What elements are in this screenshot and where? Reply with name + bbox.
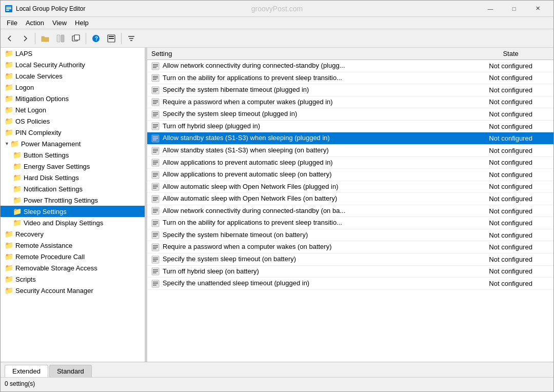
svg-rect-87 xyxy=(153,283,158,284)
tree-item-net-logon[interactable]: 📁 Net Logon xyxy=(1,104,145,115)
tree-item-label: Hard Disk Settings xyxy=(24,174,79,182)
state-cell: Not configured xyxy=(468,217,553,229)
export-button[interactable] xyxy=(104,31,118,46)
tree-item-scripts[interactable]: 📁 Scripts xyxy=(1,273,145,285)
svg-rect-74 xyxy=(153,245,158,246)
table-row[interactable]: Allow automatic sleep with Open Network … xyxy=(147,193,553,205)
tree-item-remote-procedure-call[interactable]: 📁 Remote Procedure Call xyxy=(1,251,145,262)
svg-rect-82 xyxy=(153,269,158,270)
table-row[interactable]: Turn off hybrid sleep (on battery)Not co… xyxy=(147,265,553,278)
setting-cell: Allow automatic sleep with Open Network … xyxy=(147,181,468,193)
tab-extended[interactable]: Extended xyxy=(5,365,48,377)
table-row[interactable]: Specify the system sleep timeout (on bat… xyxy=(147,253,553,266)
tree-item-os-policies[interactable]: 📁 OS Policies xyxy=(1,115,145,127)
svg-rect-60 xyxy=(153,200,156,201)
menu-view[interactable]: View xyxy=(48,18,71,28)
setting-cell: Allow standby states (S1-S3) when sleepi… xyxy=(147,132,468,145)
folder-icon: 📁 xyxy=(5,72,13,80)
column-header-state: State xyxy=(468,48,553,60)
tab-standard[interactable]: Standard xyxy=(49,365,92,377)
tree-item-label: Energy Saver Settings xyxy=(24,163,90,170)
table-row[interactable]: Allow applications to prevent automatic … xyxy=(147,169,553,181)
table-row[interactable]: Specify the unattended sleep timeout (pl… xyxy=(147,278,553,290)
tree-item-power-throttling-settings[interactable]: 📁 Power Throttling Settings xyxy=(1,194,145,206)
back-button[interactable] xyxy=(3,31,17,46)
tree-item-recovery[interactable]: 📁 Recovery xyxy=(1,228,145,240)
menu-action[interactable]: Action xyxy=(22,18,48,28)
filter-button[interactable] xyxy=(124,31,138,46)
svg-rect-23 xyxy=(153,90,158,91)
svg-rect-5 xyxy=(61,35,64,42)
table-row[interactable]: Require a password when a computer wakes… xyxy=(147,241,553,253)
tree-item-button-settings[interactable]: 📁 Button Settings xyxy=(1,149,145,161)
tree-item-pin-complexity[interactable]: 📁 PIN Complexity xyxy=(1,127,145,138)
svg-rect-44 xyxy=(153,152,156,153)
tree-item-power-management[interactable]: ▼ 📁 Power Management xyxy=(1,138,145,149)
table-row[interactable]: Allow automatic sleep with Open Network … xyxy=(147,181,553,193)
status-text: 0 setting(s) xyxy=(5,380,35,387)
setting-icon xyxy=(151,280,161,288)
help-button[interactable]: ? xyxy=(89,31,103,46)
setting-cell: Specify the system hibernate timeout (on… xyxy=(147,229,468,241)
left-panel: 📁 LAPS 📁 Local Security Authority 📁 Loca… xyxy=(1,48,145,362)
maximize-button[interactable]: □ xyxy=(502,1,526,17)
expand-icon: ▼ xyxy=(5,141,9,146)
tree-item-notification-settings[interactable]: 📁 Notification Settings xyxy=(1,183,145,194)
state-cell: Not configured xyxy=(468,181,553,193)
minimize-button[interactable]: — xyxy=(479,1,502,17)
setting-icon xyxy=(151,256,161,264)
table-row[interactable]: Specify the system hibernate timeout (pl… xyxy=(147,84,553,96)
tree-item-security-account-manager[interactable]: 📁 Security Account Manager xyxy=(1,285,145,296)
tree-item-video-display-settings[interactable]: 📁 Video and Display Settings xyxy=(1,217,145,228)
table-row[interactable]: Specify the system sleep timeout (plugge… xyxy=(147,108,553,121)
table-row[interactable]: Specify the system hibernate timeout (on… xyxy=(147,229,553,241)
app-icon xyxy=(5,5,13,13)
forward-button[interactable] xyxy=(18,31,32,46)
table-row[interactable]: Turn off hybrid sleep (plugged in)Not co… xyxy=(147,120,553,132)
state-cell: Not configured xyxy=(468,132,553,145)
tree-item-removable-storage[interactable]: 📁 Removable Storage Access xyxy=(1,262,145,273)
setting-icon xyxy=(151,231,161,239)
new-window-button[interactable] xyxy=(69,31,83,46)
close-button[interactable]: ✕ xyxy=(526,1,549,17)
svg-rect-78 xyxy=(153,258,158,259)
folder-icon: 📁 xyxy=(5,49,13,57)
table-row[interactable]: Allow network connectivity during connec… xyxy=(147,60,553,72)
tree-item-label: Remote Procedure Call xyxy=(15,253,85,261)
svg-rect-38 xyxy=(153,136,158,138)
tree-item-logon[interactable]: 📁 Logon xyxy=(1,82,145,93)
svg-rect-31 xyxy=(153,114,158,115)
folder-icon: 📁 xyxy=(13,219,22,227)
table-row[interactable]: Allow network connectivity during connec… xyxy=(147,205,553,217)
menu-file[interactable]: File xyxy=(3,18,22,28)
menu-help[interactable]: Help xyxy=(71,18,93,28)
tree-item-hard-disk-settings[interactable]: 📁 Hard Disk Settings xyxy=(1,172,145,183)
status-bar: 0 setting(s) xyxy=(1,377,553,389)
table-row[interactable]: Turn on the ability for applications to … xyxy=(147,72,553,84)
setting-cell: Specify the system sleep timeout (on bat… xyxy=(147,253,468,266)
state-cell: Not configured xyxy=(468,108,553,121)
tree-item-label: Scripts xyxy=(15,276,36,283)
show-hide-button[interactable] xyxy=(53,31,68,46)
folder-icon: 📁 xyxy=(5,117,13,125)
svg-rect-36 xyxy=(153,127,156,128)
table-row[interactable]: Require a password when a computer wakes… xyxy=(147,96,553,108)
tree-item-remote-assistance[interactable]: 📁 Remote Assistance xyxy=(1,240,145,251)
table-row[interactable]: Allow standby states (S1-S3) when sleepi… xyxy=(147,132,553,145)
table-row[interactable]: Allow standby states (S1-S3) when sleepi… xyxy=(147,144,553,156)
tree-item-laps[interactable]: 📁 LAPS xyxy=(1,48,145,59)
table-row[interactable]: Allow applications to prevent automatic … xyxy=(147,156,553,169)
tree-item-mitigation-options[interactable]: 📁 Mitigation Options xyxy=(1,93,145,104)
tree-item-label: Logon xyxy=(15,84,34,91)
tree-item-local-security-authority[interactable]: 📁 Local Security Authority xyxy=(1,59,145,70)
folder-icon: 📁 xyxy=(5,241,13,249)
svg-rect-4 xyxy=(57,35,60,42)
svg-rect-42 xyxy=(153,149,158,150)
setting-icon xyxy=(151,243,161,251)
tree-item-sleep-settings[interactable]: 📁 Sleep Settings xyxy=(1,206,145,217)
folder-button[interactable] xyxy=(38,31,52,46)
tree-item-locale-services[interactable]: 📁 Locale Services xyxy=(1,70,145,82)
table-row[interactable]: Turn on the ability for applications to … xyxy=(147,217,553,229)
tree-item-energy-saver-settings[interactable]: 📁 Energy Saver Settings xyxy=(1,161,145,172)
setting-icon xyxy=(151,62,161,70)
